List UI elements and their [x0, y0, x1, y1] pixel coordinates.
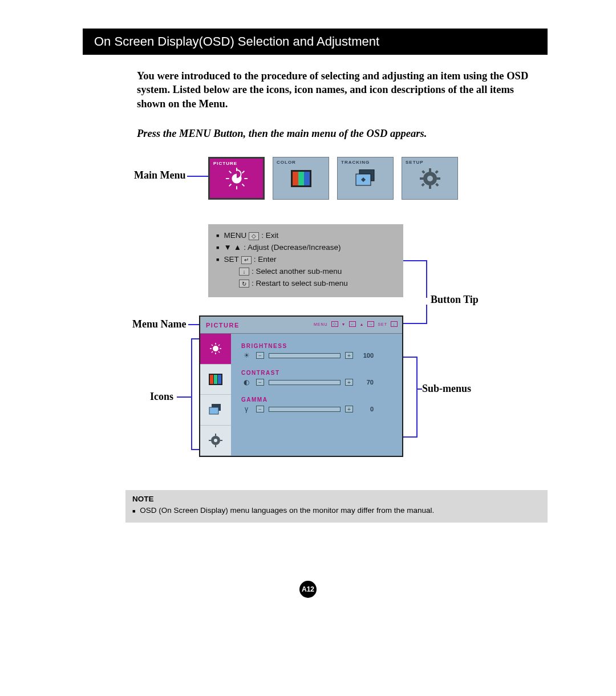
- tip-text: : Enter: [254, 254, 277, 266]
- tip-text: : Select another sub-menu: [252, 266, 342, 278]
- menu-card-picture[interactable]: PICTURE: [208, 157, 265, 200]
- svg-point-27: [213, 346, 218, 351]
- setting-value: 100: [358, 352, 374, 359]
- menu-card-label: SETUP: [406, 160, 424, 165]
- colorbars-icon: [289, 167, 313, 191]
- hint-label: MENU: [314, 322, 328, 326]
- svg-rect-39: [218, 375, 221, 384]
- slider[interactable]: [269, 407, 341, 412]
- svg-line-34: [212, 351, 213, 353]
- down-triangle-icon: ▼: [224, 242, 231, 254]
- menu-card-tracking[interactable]: TRACKING: [337, 157, 394, 200]
- callout-icons: Icons: [150, 391, 173, 403]
- svg-line-33: [218, 351, 220, 353]
- svg-rect-41: [209, 407, 218, 414]
- svg-line-35: [218, 345, 220, 346]
- side-gear-icon[interactable]: [200, 426, 231, 456]
- svg-rect-44: [215, 434, 216, 436]
- intro-paragraph: You were introduced to the procedure of …: [137, 69, 530, 111]
- brightness-icon: [225, 167, 249, 191]
- svg-rect-37: [210, 375, 213, 384]
- connector: [416, 389, 422, 390]
- decrease-button[interactable]: −: [256, 352, 264, 359]
- osd-header-title: PICTURE: [206, 322, 240, 329]
- tip-text: : Exit: [261, 230, 278, 242]
- svg-rect-23: [422, 170, 425, 173]
- button-tip-box: ■MENU ◇ : Exit ■▼ ▲ : Adjust (Decrease/I…: [208, 224, 403, 297]
- gear-icon: [418, 167, 442, 191]
- osd-sidebar: [200, 334, 231, 456]
- svg-rect-11: [298, 172, 304, 185]
- setting-title: CONTRAST: [241, 370, 394, 376]
- svg-rect-12: [304, 172, 310, 185]
- osd-header: PICTURE MENU◇ ▼← ▲→ SET↓: [200, 317, 402, 334]
- slider[interactable]: [269, 353, 341, 358]
- side-brightness-icon[interactable]: [200, 334, 231, 365]
- callout-menu-name: Menu Name: [132, 318, 186, 330]
- connector: [426, 260, 427, 298]
- connector: [403, 260, 427, 261]
- svg-rect-20: [429, 185, 431, 189]
- up-triangle-icon: ▲: [234, 242, 241, 254]
- connector: [177, 396, 191, 398]
- setting-title: GAMMA: [241, 396, 394, 403]
- side-tracking-icon[interactable]: [200, 395, 231, 426]
- svg-line-5: [229, 171, 231, 173]
- setting-brightness: BRIGHTNESS ☀ − + 100: [241, 343, 394, 359]
- tip-set-label: SET: [224, 254, 238, 266]
- setting-gamma: GAMMA γ − + 0: [241, 396, 394, 413]
- hint-label: SET: [378, 322, 387, 326]
- hint-down-key-icon: ↓: [391, 321, 398, 327]
- setting-value: 0: [358, 406, 374, 412]
- page-number: A12: [299, 581, 317, 598]
- connector: [416, 357, 418, 438]
- page-title: On Screen Display(OSD) Selection and Adj…: [83, 29, 548, 55]
- note-body: OSD (On Screen Display) menu languages o…: [140, 506, 434, 515]
- svg-rect-22: [437, 177, 440, 180]
- increase-button[interactable]: +: [345, 352, 353, 359]
- connector: [191, 338, 199, 339]
- connector: [403, 323, 427, 324]
- increase-button[interactable]: +: [345, 379, 353, 386]
- svg-rect-47: [220, 440, 222, 441]
- increase-button[interactable]: +: [345, 406, 353, 412]
- callout-main-menu: Main Menu: [134, 169, 186, 181]
- svg-rect-10: [293, 172, 298, 185]
- decrease-button[interactable]: −: [256, 379, 264, 386]
- menu-key-icon: ◇: [249, 232, 259, 240]
- setting-contrast: CONTRAST ◐ − + 70: [241, 370, 394, 386]
- callout-submenus: Sub-menus: [422, 383, 471, 395]
- svg-rect-24: [435, 183, 439, 186]
- svg-point-43: [214, 439, 217, 442]
- note-box: NOTE ■ OSD (On Screen Display) menu lang…: [125, 490, 548, 523]
- hint-left-icon: ←: [349, 321, 356, 327]
- svg-rect-25: [435, 170, 438, 173]
- connector: [403, 436, 418, 438]
- svg-rect-19: [429, 168, 431, 172]
- menu-hint-icon: ◇: [331, 321, 338, 327]
- main-menu-row: PICTURE COLOR: [208, 157, 458, 200]
- decrease-button[interactable]: −: [256, 406, 264, 412]
- tip-menu-label: MENU: [224, 230, 246, 242]
- svg-rect-38: [214, 375, 217, 384]
- slider[interactable]: [269, 380, 341, 385]
- svg-point-18: [427, 176, 433, 181]
- menu-card-setup[interactable]: SETUP: [402, 157, 458, 200]
- osd-panel: PICTURE MENU◇ ▼← ▲→ SET↓: [199, 315, 403, 457]
- menu-card-label: COLOR: [277, 160, 296, 165]
- menu-card-color[interactable]: COLOR: [273, 157, 329, 200]
- svg-line-8: [242, 171, 244, 173]
- contrast-icon: ◐: [241, 378, 252, 386]
- side-colorbars-icon[interactable]: [200, 365, 231, 395]
- tip-text: : Adjust (Decrease/Increase): [244, 242, 341, 254]
- osd-diagram: Main Menu PICTURE COLOR: [86, 157, 530, 482]
- connector: [191, 338, 192, 450]
- connector: [426, 305, 427, 323]
- intro-paragraph-2: Press the MENU Button, then the main men…: [137, 128, 530, 140]
- hint-down-icon: ▼: [342, 322, 346, 326]
- hint-right-icon: →: [367, 321, 374, 327]
- connector: [188, 324, 200, 325]
- callout-button-tip: Button Tip: [431, 294, 479, 306]
- tip-text: : Restart to select sub-menu: [252, 278, 348, 290]
- menu-card-label: TRACKING: [341, 160, 370, 165]
